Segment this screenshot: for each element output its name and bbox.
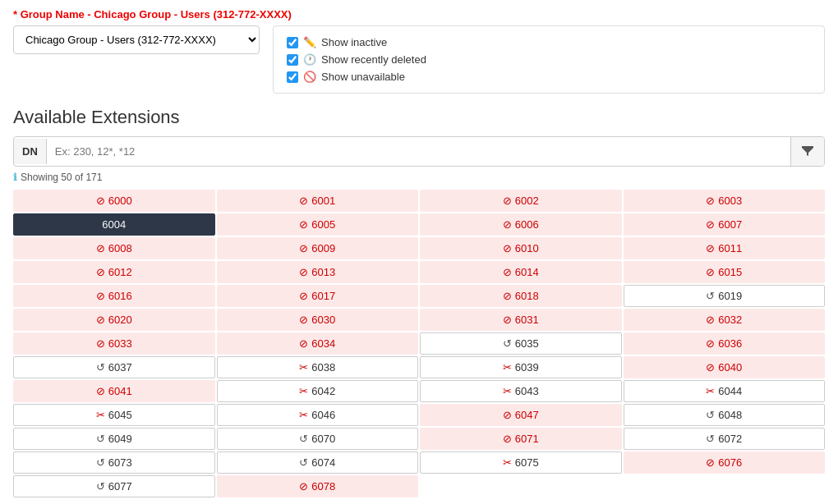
extension-cell[interactable]: ⊘6005 (217, 213, 419, 236)
extension-cell[interactable]: ⊘6033 (13, 332, 215, 355)
extension-cell[interactable]: ↺6073 (13, 451, 215, 474)
cell-number: 6076 (718, 456, 742, 469)
cell-number: 6044 (718, 385, 742, 397)
extension-cell[interactable]: ✂6042 (217, 380, 419, 402)
extension-cell[interactable]: ⊘6006 (420, 213, 622, 236)
extension-cell[interactable]: ⊘6030 (217, 309, 419, 331)
cell-number: 6006 (515, 218, 539, 231)
showing-text: Showing 50 of 171 (21, 172, 102, 183)
extension-cell[interactable]: ⊘6008 (13, 237, 215, 259)
extension-cell[interactable]: ⊘6041 (13, 380, 215, 402)
extension-cell[interactable]: ⊘6032 (624, 309, 826, 331)
show-deleted-label[interactable]: Show recently deleted (321, 53, 426, 66)
extension-cell[interactable]: ✂6043 (420, 380, 622, 402)
cell-number: 6041 (108, 385, 132, 397)
extension-cell[interactable]: ↺6077 (13, 475, 215, 497)
cell-number: 6072 (718, 433, 742, 445)
inactive-icon: ✂ (96, 409, 105, 421)
cell-number: 6047 (515, 409, 539, 421)
extension-cell[interactable]: ⊘6076 (624, 451, 826, 474)
extension-cell[interactable]: ⊘6000 (13, 190, 215, 212)
extension-cell[interactable]: ⊘6018 (420, 285, 622, 307)
unavail-icon: ⊘ (96, 242, 105, 254)
extension-cell[interactable]: ↺6074 (217, 451, 419, 474)
deleted-icon: ↺ (96, 480, 105, 493)
unavail-icon: ⊘ (96, 314, 105, 326)
section-title: Available Extensions (13, 107, 825, 128)
extension-cell[interactable]: ⊘6036 (624, 332, 826, 355)
extension-cell[interactable]: ⊘6047 (420, 404, 622, 426)
extension-cell[interactable]: ⊘6009 (217, 237, 419, 259)
extension-cell[interactable]: ⊘6040 (624, 356, 826, 378)
show-inactive-checkbox[interactable] (287, 37, 298, 48)
extension-cell[interactable]: ⊘6071 (420, 428, 622, 450)
deleted-icon: ↺ (96, 433, 105, 445)
deleted-icon: ↺ (96, 361, 105, 373)
extension-cell[interactable]: ⊘6078 (217, 475, 419, 497)
extension-cell[interactable]: ✂6039 (420, 356, 622, 378)
extension-cell[interactable]: ⊘6020 (13, 309, 215, 331)
extension-cell[interactable]: ⊘6016 (13, 285, 215, 307)
cell-number: 6002 (515, 195, 539, 207)
inactive-icon: ✂ (503, 361, 512, 373)
show-unavailable-checkbox[interactable] (287, 71, 298, 83)
cell-number: 6016 (108, 290, 132, 302)
deleted-icon: ↺ (96, 456, 105, 469)
extension-cell[interactable]: ⊘6013 (217, 261, 419, 283)
unavail-icon: ⊘ (503, 314, 512, 326)
extension-cell[interactable]: ⊘6014 (420, 261, 622, 283)
cell-number: 6008 (108, 242, 132, 254)
extension-cell[interactable]: ⊘6010 (420, 237, 622, 259)
extension-cell[interactable]: ↺6037 (13, 356, 215, 378)
extension-cell[interactable]: ⊘6003 (624, 190, 826, 212)
extension-cell[interactable]: ⊘6012 (13, 261, 215, 283)
cell-number: 6034 (311, 337, 335, 350)
show-deleted-row: 🕐 Show recently deleted (287, 53, 811, 66)
extension-cell[interactable]: ↺6035 (420, 332, 622, 355)
extension-cell[interactable]: ↺6048 (624, 404, 826, 426)
unavail-icon: ⊘ (706, 218, 715, 231)
extension-cell[interactable]: ↺6072 (624, 428, 826, 450)
extension-cell[interactable]: ↺6049 (13, 428, 215, 450)
extension-cell[interactable]: ⊘6015 (624, 261, 826, 283)
extension-cell[interactable]: ⊘6034 (217, 332, 419, 355)
unavail-icon: ⊘ (706, 456, 715, 469)
cell-number: 6039 (515, 361, 539, 373)
extension-cell[interactable]: ✂6038 (217, 356, 419, 378)
extension-cell[interactable]: ✂6044 (624, 380, 826, 402)
group-select[interactable]: Chicago Group - Users (312-772-XXXX) (13, 25, 260, 54)
search-row: DN (13, 136, 825, 167)
extension-cell[interactable]: ⊘6001 (217, 190, 419, 212)
search-input[interactable] (47, 139, 790, 164)
extension-cell[interactable]: ⊘6002 (420, 190, 622, 212)
cell-number: 6003 (718, 195, 742, 207)
show-deleted-checkbox[interactable] (287, 54, 298, 66)
extension-cell[interactable]: ↺6019 (624, 285, 826, 307)
filter-button[interactable] (790, 137, 824, 166)
dn-label: DN (14, 139, 47, 164)
unavail-icon: ⊘ (299, 242, 308, 254)
extension-cell[interactable]: ✂6045 (13, 404, 215, 426)
extension-cell[interactable]: 6004 (13, 213, 215, 236)
cell-number: 6031 (515, 314, 539, 326)
extension-cell[interactable]: ⊘6017 (217, 285, 419, 307)
cell-number: 6045 (108, 409, 132, 421)
cell-number: 6020 (108, 314, 132, 326)
extension-cell[interactable]: ⊘6011 (624, 237, 826, 259)
unavail-icon: ⊘ (706, 242, 715, 254)
extension-cell[interactable]: ✂6046 (217, 404, 419, 426)
cell-number: 6036 (718, 337, 742, 350)
show-inactive-label[interactable]: Show inactive (321, 36, 387, 48)
show-unavailable-label[interactable]: Show unavailable (321, 71, 405, 83)
cell-number: 6035 (515, 337, 539, 350)
extension-cell[interactable]: ⊘6031 (420, 309, 622, 331)
cell-number: 6015 (718, 266, 742, 278)
cell-number: 6032 (718, 314, 742, 326)
info-icon: ℹ (13, 172, 17, 183)
extension-cell[interactable]: ↺6070 (217, 428, 419, 450)
inactive-icon: ✂ (503, 385, 512, 397)
unavailable-icon: 🚫 (303, 71, 316, 83)
extension-cell[interactable]: ✂6075 (420, 451, 622, 474)
unavail-icon: ⊘ (503, 218, 512, 231)
extension-cell[interactable]: ⊘6007 (624, 213, 826, 236)
